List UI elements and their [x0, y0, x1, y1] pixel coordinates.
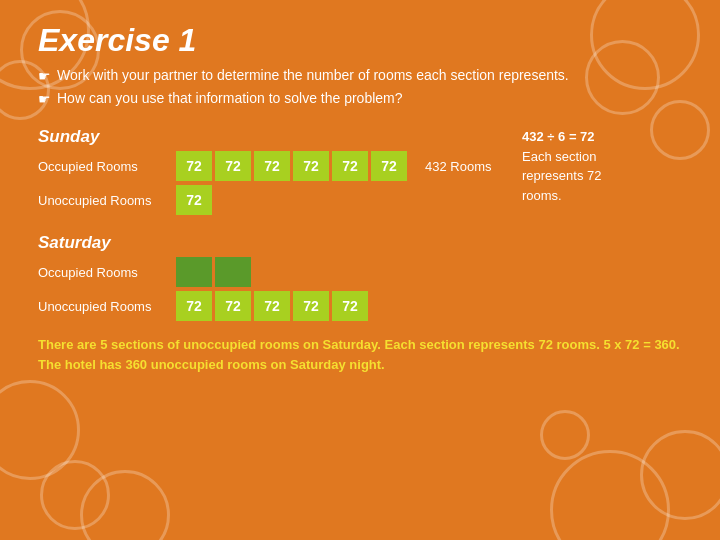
sunday-occupied-label: Occupied Rooms [38, 159, 168, 174]
saturday-occupied-boxes [176, 257, 251, 287]
side-note-line3: represents 72 [522, 166, 682, 186]
side-note-line4: rooms. [522, 186, 682, 206]
main-content: Exercise 1 ☛ Work with your partner to d… [0, 0, 720, 392]
sunday-unoccupied-box: 72 [176, 185, 212, 215]
saturday-unoccupied-boxes: 7272727272 [176, 291, 368, 321]
saturday-unoccupied-row: Unoccupied Rooms 7272727272 [38, 291, 682, 321]
saturday-section: Saturday Occupied Rooms Unoccupied Rooms… [38, 233, 682, 321]
sunday-side-note: 432 ÷ 6 = 72 Each section represents 72 … [522, 127, 682, 205]
sunday-unoccupied-boxes: 72 [176, 185, 212, 215]
sunday-occupied-row: Occupied Rooms 727272727272 432 Rooms [38, 151, 492, 181]
sunday-occupied-boxes: 727272727272 [176, 151, 407, 181]
saturday-unoccupied-box: 72 [293, 291, 329, 321]
sunday-occupied-box: 72 [176, 151, 212, 181]
bullet-1-text: Work with your partner to determine the … [57, 67, 569, 83]
sunday-unoccupied-row: Unoccupied Rooms 72 [38, 185, 492, 215]
sunday-occupied-box: 72 [332, 151, 368, 181]
saturday-unoccupied-box: 72 [254, 291, 290, 321]
bullet-2-text: How can you use that information to solv… [57, 90, 403, 106]
sunday-section: Sunday Occupied Rooms 727272727272 432 R… [38, 113, 682, 219]
page-title: Exercise 1 [38, 22, 682, 59]
bullet-2: ☛ How can you use that information to so… [38, 90, 682, 107]
sunday-count: 432 Rooms [425, 159, 491, 174]
sunday-occupied-box: 72 [371, 151, 407, 181]
sunday-occupied-box: 72 [215, 151, 251, 181]
saturday-unoccupied-box: 72 [332, 291, 368, 321]
saturday-unoccupied-box: 72 [215, 291, 251, 321]
saturday-occupied-box [215, 257, 251, 287]
sunday-label: Sunday [38, 127, 492, 147]
saturday-occupied-label: Occupied Rooms [38, 265, 168, 280]
side-note-line1: 432 ÷ 6 = 72 [522, 127, 682, 147]
saturday-occupied-box [176, 257, 212, 287]
bottom-text: There are 5 sections of unoccupied rooms… [38, 335, 682, 374]
saturday-unoccupied-box: 72 [176, 291, 212, 321]
arrow-icon-2: ☛ [38, 91, 51, 107]
saturday-occupied-row: Occupied Rooms [38, 257, 682, 287]
side-note-line2: Each section [522, 147, 682, 167]
arrow-icon-1: ☛ [38, 68, 51, 84]
saturday-unoccupied-label: Unoccupied Rooms [38, 299, 168, 314]
sunday-occupied-box: 72 [254, 151, 290, 181]
sunday-left-content: Sunday Occupied Rooms 727272727272 432 R… [38, 113, 492, 219]
sunday-unoccupied-label: Unoccupied Rooms [38, 193, 168, 208]
saturday-label: Saturday [38, 233, 682, 253]
sunday-occupied-box: 72 [293, 151, 329, 181]
bullet-1: ☛ Work with your partner to determine th… [38, 67, 682, 84]
